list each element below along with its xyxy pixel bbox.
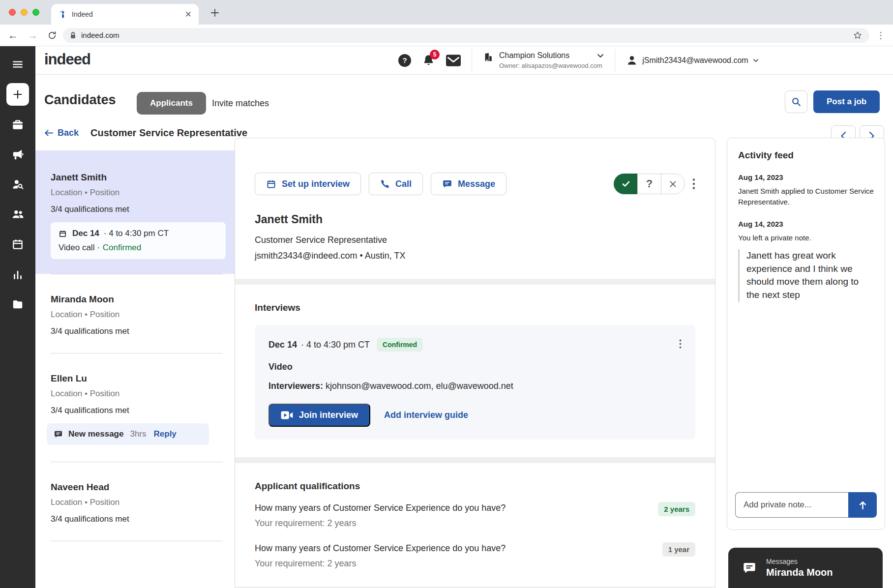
search-icon — [791, 96, 802, 107]
url-text: indeed.com — [81, 31, 853, 39]
close-x-icon — [668, 179, 678, 189]
candidate-meta: Location • Position — [51, 188, 226, 198]
campaigns-megaphone-icon[interactable] — [6, 143, 29, 166]
address-bar[interactable]: indeed.com — [63, 28, 869, 43]
qualification-answer-badge: 2 years — [658, 502, 695, 516]
qualification-row: How many years of Customer Service Exper… — [255, 503, 695, 529]
interviews-calendar-icon[interactable] — [6, 233, 29, 256]
interviews-heading: Interviews — [255, 302, 695, 313]
window-close-button[interactable] — [9, 9, 16, 16]
add-private-note-input[interactable] — [735, 492, 848, 518]
browser-forward-icon[interactable]: → — [28, 30, 38, 40]
jobs-briefcase-icon[interactable] — [6, 113, 29, 136]
message-button[interactable]: Message — [431, 173, 506, 195]
browser-tab-strip: Indeed ✕ — [0, 0, 893, 25]
maybe-button[interactable]: ? — [637, 174, 661, 194]
lock-icon[interactable] — [70, 31, 76, 39]
post-a-job-button[interactable]: Post a job — [813, 90, 880, 113]
candidate-meta: Location • Position — [51, 389, 223, 399]
qualifications-heading: Applicant qualifications — [255, 481, 695, 492]
candidate-row-miranda-moon[interactable]: Miranda Moon Location • Position 3/4 qua… — [35, 274, 235, 353]
tab-invite-matches[interactable]: Invite matches — [212, 98, 269, 109]
interview-time: · 4 to 4:30 pm CT — [301, 340, 370, 350]
create-new-button[interactable] — [6, 83, 29, 106]
new-message-banner[interactable]: New message 3hrs Reply — [47, 423, 209, 445]
interview-options-kebab-icon[interactable] — [677, 337, 684, 351]
qualification-question: How many years of Customer Service Exper… — [255, 543, 631, 554]
chevron-down-icon — [597, 54, 604, 58]
candidate-row-janett-smith[interactable]: Janett Smith Location • Position 3/4 qua… — [35, 150, 235, 274]
window-controls — [9, 9, 39, 16]
interview-date: Dec 14 — [268, 340, 297, 350]
approve-check-button[interactable] — [614, 174, 638, 194]
call-button[interactable]: Call — [369, 173, 423, 195]
bookmark-star-icon[interactable] — [853, 30, 863, 40]
account-menu[interactable]: jSmith23434@wavewood.com — [626, 55, 758, 66]
chevron-down-icon — [753, 59, 759, 62]
new-tab-button[interactable] — [208, 6, 221, 19]
job-title: Customer Service Representative — [90, 127, 247, 139]
company-owner: Owner: alisapazos@wavewood.com — [499, 62, 604, 69]
window-zoom-button[interactable] — [32, 9, 39, 16]
browser-back-icon[interactable]: ← — [8, 30, 18, 40]
interview-status: Confirmed — [103, 243, 141, 253]
detail-candidate-contact: jsmith23434@indeed.com • Austin, TX — [255, 251, 695, 261]
user-avatar-icon — [626, 55, 638, 66]
browser-menu-icon[interactable]: ⋮ — [876, 30, 885, 41]
candidate-row-ellen-lu[interactable]: Ellen Lu Location • Position 3/4 qualifi… — [35, 353, 235, 462]
analytics-chart-icon[interactable] — [6, 263, 29, 286]
browser-tab[interactable]: Indeed ✕ — [51, 4, 199, 25]
reply-link[interactable]: Reply — [154, 429, 177, 439]
qualification-row: How many years of Customer Service Exper… — [255, 543, 695, 569]
candidate-qualifications: 3/4 qualifications met — [51, 514, 223, 524]
search-button[interactable] — [785, 90, 807, 113]
add-interview-guide-link[interactable]: Add interview guide — [384, 410, 468, 420]
user-email: jSmith23434@wavewood.com — [642, 56, 748, 65]
indeed-logo[interactable]: indeed — [44, 51, 90, 68]
company-switcher[interactable]: Champion Solutions Owner: alisapazos@wav… — [483, 51, 604, 69]
set-up-interview-button[interactable]: Set up interview — [255, 173, 361, 195]
messages-popup-label: Messages — [766, 558, 833, 565]
qualification-requirement: Your requirement: 2 years — [255, 518, 631, 529]
tab-applicants[interactable]: Applicants — [137, 92, 206, 115]
menu-hamburger-icon[interactable] — [6, 53, 29, 76]
folder-icon[interactable] — [6, 293, 29, 316]
candidates-people-icon[interactable] — [6, 203, 29, 226]
interview-card: Dec 14 · 4 to 4:30 pm CT Confirmed Video… — [255, 325, 695, 440]
detail-candidate-title: Customer Service Representative — [255, 235, 695, 245]
page-title: Candidates — [44, 92, 116, 108]
interview-date: Dec 14 — [72, 229, 99, 238]
more-options-kebab-icon[interactable] — [692, 178, 695, 190]
back-link[interactable]: Back — [44, 128, 79, 138]
interview-chip[interactable]: Dec 14 · 4 to 4:30 pm CT Video call · Co… — [51, 222, 226, 259]
list-divider — [51, 541, 223, 541]
activity-feed-panel: Activity feed Aug 14, 2023 Janett Smith … — [727, 138, 885, 530]
tab-close-icon[interactable]: ✕ — [185, 10, 192, 19]
candidate-qualifications: 3/4 qualifications met — [51, 205, 226, 214]
candidate-list: Janett Smith Location • Position 3/4 qua… — [35, 138, 235, 588]
messages-mail-icon[interactable] — [446, 55, 461, 66]
reject-button[interactable] — [661, 174, 685, 194]
smart-sourcing-person-search-icon[interactable] — [6, 173, 29, 196]
interview-mode: Video — [268, 362, 682, 372]
join-interview-button[interactable]: Join interview — [268, 404, 370, 427]
help-icon[interactable]: ? — [398, 54, 411, 67]
messages-popup[interactable]: Messages Miranda Moon — [728, 548, 883, 588]
indeed-favicon-icon — [58, 10, 67, 19]
candidate-qualifications: 3/4 qualifications met — [51, 326, 223, 336]
app-header: indeed ? 5 Champion Solutions Owner: ali… — [35, 46, 893, 75]
activity-text: You left a private note. — [738, 233, 874, 243]
send-note-button[interactable] — [848, 492, 877, 518]
tab-title: Indeed — [72, 10, 185, 18]
activity-date: Aug 14, 2023 — [738, 173, 874, 181]
activity-feed-heading: Activity feed — [738, 150, 874, 161]
messages-popup-name: Miranda Moon — [766, 567, 833, 578]
candidate-row-naveen-head[interactable]: Naveen Head Location • Position 3/4 qual… — [35, 462, 235, 541]
section-divider — [235, 279, 715, 285]
window-minimize-button[interactable] — [21, 9, 28, 16]
video-camera-icon — [281, 411, 293, 420]
header-divider — [615, 49, 615, 72]
browser-reload-icon[interactable] — [47, 30, 57, 40]
notifications-bell-icon[interactable]: 5 — [422, 54, 435, 67]
candidate-name: Ellen Lu — [51, 373, 223, 384]
